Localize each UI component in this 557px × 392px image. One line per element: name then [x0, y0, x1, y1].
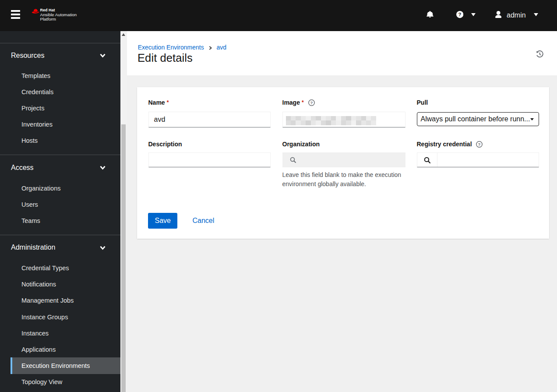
- svg-text:?: ?: [478, 142, 481, 147]
- svg-text:?: ?: [458, 12, 462, 17]
- svg-text:?: ?: [310, 100, 313, 105]
